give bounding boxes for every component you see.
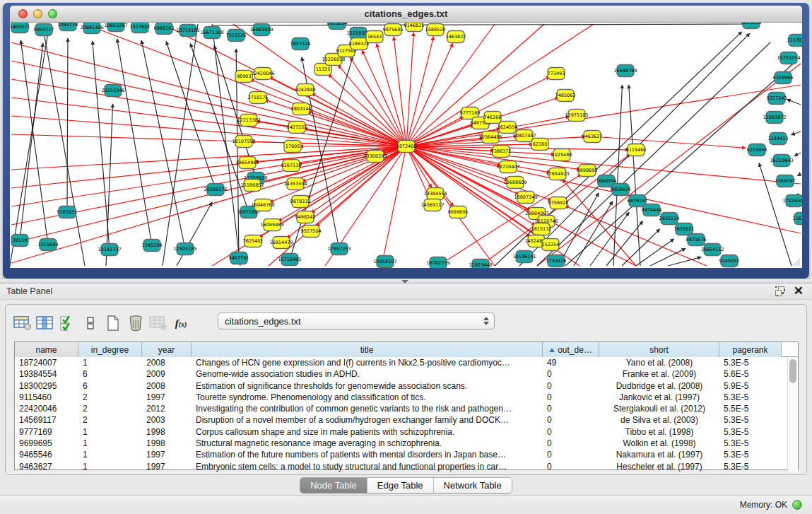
network-canvas[interactable]: 1405571905571720937182069140610653287152… [10,23,802,268]
edge-red[interactable] [565,206,707,266]
graph-node[interactable]: 252254 [542,239,560,251]
graph-node[interactable]: 1588520 [425,24,446,36]
edge-black[interactable] [117,39,152,245]
table-row[interactable]: 977716911998Corpus callosum shape and si… [15,426,787,438]
graph-node[interactable]: 17654923 [546,168,569,180]
delete-icon[interactable] [124,313,147,334]
graph-node[interactable]: 9498242 [295,211,316,223]
float-panel-icon[interactable] [775,286,785,296]
graph-node[interactable]: 9245052 [719,255,740,267]
graph-node[interactable]: 7857224 [290,38,311,50]
rows-icon[interactable] [79,313,102,334]
delete-table-icon[interactable] [147,313,170,334]
graph-node[interactable]: 23300293 [363,151,387,163]
graph-node[interactable]: 7485063 [555,90,576,102]
graph-node[interactable]: 1463822 [446,31,466,43]
column-header-name[interactable]: name [15,342,78,357]
graph-node[interactable]: 10958107 [373,256,396,268]
graph-node[interactable]: 19654985 [235,157,259,169]
edge-black[interactable] [10,24,49,266]
graph-node[interactable]: 17957253 [327,243,351,255]
citation-network-graph[interactable]: 1405571905571720937182069140610653287152… [10,23,802,268]
resize-grip-icon[interactable] [791,257,801,267]
graph-node[interactable]: 3624554 [498,122,518,134]
graph-node[interactable]: 1145194 [142,240,163,252]
vertical-scrollbar[interactable] [787,357,798,472]
edge-black[interactable] [20,43,43,240]
edge-black[interactable] [606,221,643,266]
graph-node[interactable]: 1244413 [768,133,789,145]
graph-node[interactable]: 16914479 [269,237,293,249]
graph-node[interactable]: 18720407 [496,161,519,173]
edge-black[interactable] [106,104,113,266]
edge-red[interactable] [11,61,406,146]
graph-node[interactable]: 10719185 [176,25,199,37]
edge-black[interactable] [537,42,770,266]
graph-node[interactable]: 9756928 [548,197,569,209]
graph-node[interactable]: 7386372 [491,146,512,158]
graph-node[interactable]: 13142737 [98,244,121,256]
graph-node[interactable]: 12505185 [173,243,196,255]
edge-black[interactable] [636,239,674,266]
edge-black[interactable] [67,38,68,212]
edge-black[interactable] [613,85,623,266]
graph-node[interactable]: 20364486 [478,132,502,144]
graph-node[interactable]: 1615132 [531,223,552,235]
graph-node[interactable]: 20206576 [204,184,227,196]
column-header-short[interactable]: short [599,342,719,357]
edge-red[interactable] [537,64,801,266]
graph-node[interactable]: 9474444 [642,204,662,216]
graph-node[interactable]: 12213383 [237,115,260,127]
edge-black[interactable] [787,100,801,105]
table-row[interactable]: 1830029562008Estimation of significance … [15,380,787,392]
graph-node[interactable]: 14569117 [420,199,444,211]
graph-node[interactable]: 14353594 [283,178,307,190]
graph-node[interactable]: 8958924 [611,184,631,196]
graph-node[interactable]: 9165051 [57,206,78,218]
graph-node[interactable]: 746266 [484,112,502,124]
graph-node[interactable]: 8267130 [281,160,302,172]
tab-node-table[interactable]: Node Table [300,478,367,493]
function-builder-icon[interactable]: f(x) [170,313,192,334]
graph-node[interactable]: 2093718 [58,23,78,31]
table-row[interactable]: 2242004622012Investigating the contribut… [15,403,787,414]
edge-red[interactable] [406,37,434,146]
edge-red[interactable] [406,33,413,146]
graph-node[interactable]: 15751074 [777,52,800,64]
edge-black[interactable] [20,40,48,245]
graph-node[interactable]: 10654112 [700,244,724,256]
graph-node[interactable]: 16543 [366,31,383,43]
table-row[interactable]: 911546021997Tourette syndrome. Phenomeno… [15,392,787,403]
graph-node[interactable]: 98903 [235,71,252,83]
table-row[interactable]: 1938455462009Genome-wide association stu… [15,368,787,380]
column-header-pagerank[interactable]: pagerank [719,342,782,357]
graph-node[interactable]: 14136141 [512,251,536,263]
graph-node[interactable]: 1117034 [787,35,802,47]
graph-node[interactable]: 16046768 [251,199,274,211]
column-header-in_degree[interactable]: in_degree [78,342,142,357]
graph-node[interactable]: 16099489 [260,219,283,231]
table-row[interactable]: 1872400712008Changes of HCN gene express… [15,357,787,368]
graph-node[interactable]: 39159 [11,235,28,247]
graph-node[interactable]: 16648784 [613,65,637,77]
graph-node[interactable]: 17016504 [782,195,802,207]
edge-black[interactable] [166,41,216,189]
graph-node[interactable]: 10688609 [503,177,526,189]
graph-node[interactable]: 1872400 [396,141,417,153]
network-table-select[interactable]: citations_edges.txt [218,313,495,329]
column-visibility-icon[interactable] [34,313,57,334]
new-document-icon[interactable] [102,313,124,334]
table-row[interactable]: 946362711997Embryonic stem cells: a mode… [15,461,787,472]
edge-black[interactable] [622,229,660,266]
select-all-icon[interactable] [57,313,79,334]
graph-node[interactable]: 16210643 [770,155,793,167]
table-row[interactable]: 969969511998Structural magnetic resonanc… [15,438,787,449]
tab-network-table[interactable]: Network Table [434,478,512,493]
edge-black[interactable] [141,40,185,249]
zoom-window-icon[interactable] [48,9,57,18]
graph-node[interactable]: 9875685 [383,24,404,36]
graph-node[interactable]: 8427552 [287,122,307,134]
edge-black[interactable] [798,174,801,176]
graph-node[interactable]: 17005 [284,141,301,153]
graph-node[interactable]: 1569297 [775,175,796,187]
